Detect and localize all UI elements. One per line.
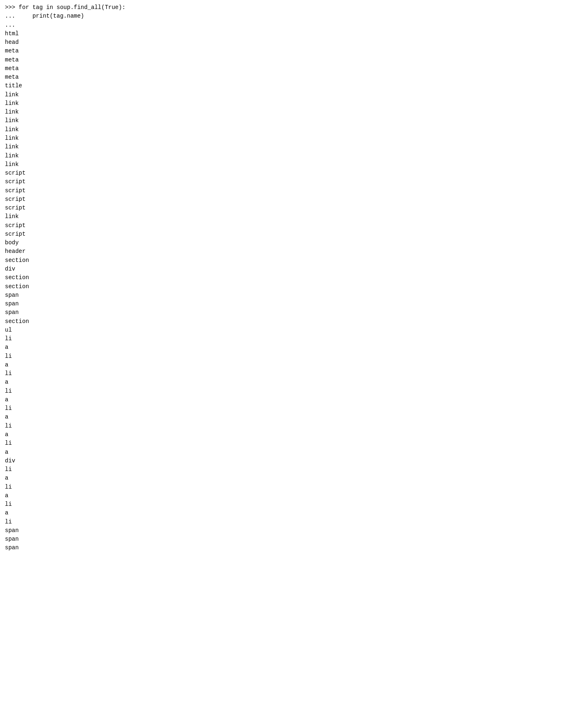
terminal-text: >>> for tag in soup.find_all(True): ... …	[5, 3, 581, 553]
terminal-output: >>> for tag in soup.find_all(True): ... …	[5, 3, 581, 553]
